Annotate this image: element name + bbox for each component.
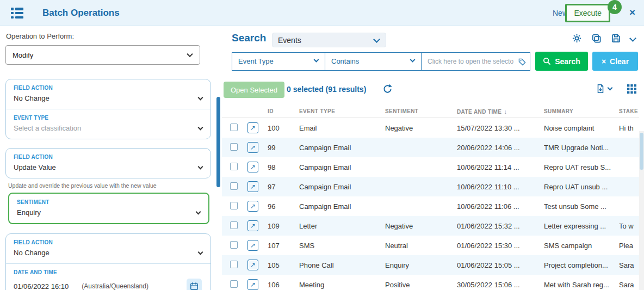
row-checkbox[interactable] [230,221,238,229]
cell-id: 105 [268,261,299,269]
settings-gear-button[interactable] [572,33,582,44]
collapse-search-button[interactable] [630,36,635,41]
criteria-field-select[interactable]: Event Type [232,53,325,70]
field-action-label: FIELD ACTION [14,154,203,160]
execute-button[interactable]: Execute [565,4,610,22]
column-settings-button[interactable] [627,84,636,94]
menu-icon[interactable] [11,8,23,18]
tag-icon [518,58,527,66]
table-scrollbar-thumb[interactable] [640,133,643,170]
close-icon[interactable]: × [629,7,635,18]
open-row-button[interactable] [247,142,258,153]
field-group-sentiment: FIELD ACTION Update Value Update and ove… [5,148,212,224]
clear-x-icon: × [602,57,606,66]
operation-to-perform-label: Operation to Perform: [6,32,212,40]
update-value-helper-text: Update and override the previous value w… [8,182,211,189]
gear-icon [572,33,582,44]
cell-datetime: 30/05/2022 15:06 ... [457,281,544,289]
sentiment-label: SENTIMENT [17,199,201,205]
sort-desc-icon: ↓ [504,108,507,115]
criteria-operator-select[interactable]: Contains [325,53,421,70]
cell-id: 99 [268,144,299,152]
row-checkbox[interactable] [230,124,238,131]
date-and-time-value[interactable]: 01/06/2022 16:10 [14,282,69,290]
chevron-down-icon [608,85,613,91]
table-row: 105 Phone Call Enquiry 01/06/2022 15:05 … [222,255,639,275]
cell-stakeholders: To w [619,222,639,230]
open-row-button[interactable] [247,220,258,231]
cell-datetime: 01/06/2022 15:30 ... [457,242,544,250]
selection-status: 0 selected (91 results) [287,85,366,94]
cell-id: 107 [268,242,299,250]
cell-event-type: Email [299,124,385,132]
search-icon [543,57,551,65]
selector-button[interactable] [518,58,527,69]
row-checkbox[interactable] [230,280,238,288]
table-row: 99 Campaign Email 20/06/2022 14:06 ... T… [222,138,639,157]
col-summary[interactable]: SUMMARY [544,108,619,114]
col-stakeholders[interactable]: STAKE [619,108,639,114]
batch-operations-panel: Operation to Perform: Modify FIELD ACTIO… [0,26,218,290]
table-row: 109 Letter Negative 01/06/2022 15:32 ...… [222,216,639,236]
field-action-select[interactable]: FIELD ACTION No Change [6,234,210,263]
save-search-button[interactable] [611,33,621,44]
search-button[interactable]: Search [535,52,588,71]
copy-search-button[interactable] [591,33,602,44]
clear-button[interactable]: × Clear [592,52,638,71]
cell-summary: Repro UAT resub S... [544,163,619,171]
col-datetime[interactable]: DATE AND TIME↓ [457,108,544,115]
row-checkbox[interactable] [230,143,238,151]
cell-event-type: SMS [299,242,385,250]
field-action-select[interactable]: FIELD ACTION No Change [6,79,210,109]
cell-datetime: 15/07/2022 13:30 ... [457,124,544,132]
open-row-button[interactable] [247,279,258,290]
cell-sentiment: Enquiry [385,261,457,269]
open-row-button[interactable] [247,162,258,172]
cell-stakeholders: Plea [619,242,639,250]
cell-summary: Project completion... [544,261,619,269]
open-row-button[interactable] [247,240,258,251]
annotation-badge: 4 [608,0,622,14]
criteria-value-input[interactable] [428,58,513,65]
export-button[interactable] [596,84,612,94]
cell-datetime: 01/06/2022 15:32 ... [457,222,544,230]
date-and-time-field: DATE AND TIME 01/06/2022 16:10 (Australi… [6,263,210,290]
operation-select[interactable]: Modify [5,45,200,65]
open-selected-button[interactable]: Open Selected [224,82,284,98]
calendar-picker-button[interactable] [187,279,202,290]
open-row-button[interactable] [247,181,258,192]
row-checkbox[interactable] [230,163,238,170]
col-id[interactable]: ID [268,108,299,114]
left-panel-scrollbar[interactable] [216,97,220,187]
cell-stakeholders: Hi th [619,124,639,132]
col-sentiment[interactable]: SENTIMENT [385,108,457,114]
cell-datetime: 20/06/2022 14:06 ... [457,144,544,152]
search-entity-value: Events [278,36,301,45]
open-row-button[interactable] [247,122,258,133]
row-checkbox[interactable] [230,182,238,190]
col-event-type[interactable]: EVENT TYPE [299,108,385,114]
event-type-select[interactable]: EVENT TYPE Select a classification [6,109,210,139]
row-checkbox[interactable] [230,241,238,249]
cell-summary: TMR Upgrade Noti... [544,144,619,152]
row-checkbox[interactable] [230,261,238,268]
cell-sentiment: Negative [385,222,457,230]
table-scrollbar[interactable] [639,131,644,290]
cell-id: 98 [268,163,299,171]
search-title: Search [232,32,266,44]
table-row: 97 Campaign Email 10/06/2022 11:10 ... R… [222,177,639,196]
cell-sentiment: Positive [385,281,457,289]
open-row-button[interactable] [247,260,258,270]
table-row: 107 SMS Neutral 01/06/2022 15:30 ... SMS… [222,236,639,255]
search-entity-select[interactable]: Events [272,33,386,47]
field-action-select[interactable]: FIELD ACTION Update Value [6,149,210,178]
refresh-button[interactable] [382,84,393,96]
criteria-value-cell [421,53,530,70]
chevron-down-icon [373,36,380,43]
row-checkbox[interactable] [230,202,238,209]
cell-datetime: 10/06/2022 11:06 ... [457,202,544,211]
cell-id: 100 [268,124,299,132]
sentiment-select[interactable]: SENTIMENT Enquiry [9,194,208,223]
open-row-button[interactable] [247,201,258,212]
cell-event-type: Phone Call [299,261,385,269]
